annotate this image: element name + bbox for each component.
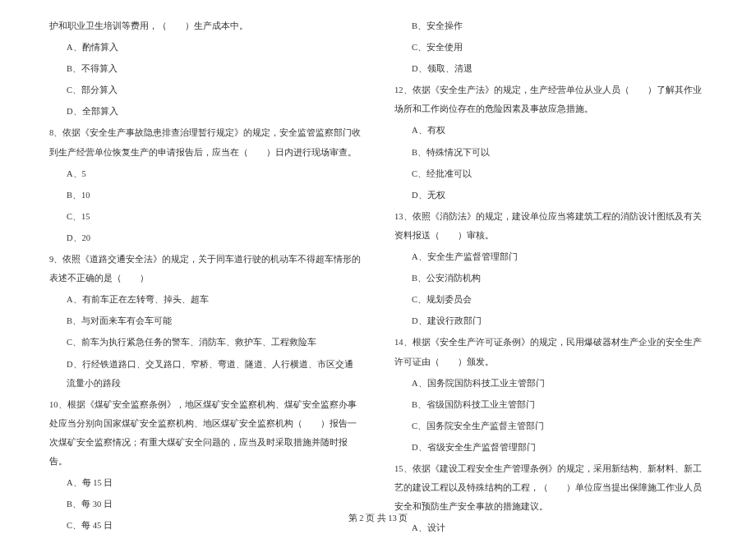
q7-tail: 护和职业卫生培训等费用，（ ）生产成本中。 <box>49 16 362 35</box>
q8-option-d: D、20 <box>49 228 362 247</box>
q12-option-b: B、特殊情况下可以 <box>394 143 707 162</box>
right-column: B、安全操作 C、安全使用 D、领取、清退 12、依据《安全生产法》的规定，生产… <box>394 16 707 534</box>
q7-option-d: D、全部算入 <box>49 102 362 121</box>
q8-option-a: A、5 <box>49 164 362 183</box>
q12-option-a: A、有权 <box>394 121 707 140</box>
q10-option-a: A、每 15 日 <box>49 473 362 492</box>
q9-option-c: C、前车为执行紧急任务的警车、消防车、救护车、工程救险车 <box>49 333 362 352</box>
q7-option-b: B、不得算入 <box>49 59 362 78</box>
left-column: 护和职业卫生培训等费用，（ ）生产成本中。 A、酌情算入 B、不得算入 C、部分… <box>49 16 362 534</box>
q14-option-c: C、国务院安全生产监督主管部门 <box>394 417 707 435</box>
q12-option-c: C、经批准可以 <box>394 164 707 183</box>
q12-option-d: D、无权 <box>394 186 707 205</box>
q14-option-a: A、国务院国防科技工业主管部门 <box>394 374 707 393</box>
q7-option-c: C、部分算入 <box>49 81 362 99</box>
q9-option-d: D、行经铁道路口、交叉路口、窄桥、弯道、隧道、人行横道、市区交通流量小的路段 <box>49 355 362 393</box>
q11-option-d: D、领取、清退 <box>394 59 707 78</box>
q13-text: 13、依照《消防法》的规定，建设单位应当将建筑工程的消防设计图纸及有关资料报送（… <box>394 207 707 245</box>
q8-option-c: C、15 <box>49 207 362 226</box>
q13-option-b: B、公安消防机构 <box>394 269 707 288</box>
q8-option-b: B、10 <box>49 186 362 205</box>
q13-option-d: D、建设行政部门 <box>394 311 707 330</box>
q11-option-b: B、安全操作 <box>394 16 707 35</box>
page-content: 护和职业卫生培训等费用，（ ）生产成本中。 A、酌情算入 B、不得算入 C、部分… <box>0 0 756 534</box>
q12-text: 12、依据《安全生产法》的规定，生产经营单位从业人员（ ）了解其作业场所和工作岗… <box>394 81 707 118</box>
q7-option-a: A、酌情算入 <box>49 38 362 57</box>
q10-text: 10、根据《煤矿安全监察条例》，地区煤矿安全监察机构、煤矿安全监察办事处应当分别… <box>49 395 362 471</box>
q14-option-d: D、省级安全生产监督管理部门 <box>394 438 707 457</box>
q10-option-b: B、每 30 日 <box>49 495 362 513</box>
q14-option-b: B、省级国防科技工业主管部门 <box>394 395 707 414</box>
q13-option-a: A、安全生产监督管理部门 <box>394 247 707 266</box>
q9-option-a: A、有前车正在左转弯、掉头、超车 <box>49 290 362 309</box>
q13-option-c: C、规划委员会 <box>394 290 707 309</box>
q9-option-b: B、与对面来车有会车可能 <box>49 311 362 330</box>
q11-option-c: C、安全使用 <box>394 38 707 57</box>
q8-text: 8、依据《安全生产事故隐患排查治理暂行规定》的规定，安全监管监察部门收到生产经营… <box>49 123 362 161</box>
q9-text: 9、依照《道路交通安全法》的规定，关于同车道行驶的机动车不得超车情形的表述不正确… <box>49 250 362 288</box>
page-footer: 第 2 页 共 13 页 <box>0 513 756 524</box>
q14-text: 14、根据《安全生产许可证条例》的规定，民用爆破器材生产企业的安全生产许可证由（… <box>394 333 707 371</box>
q15-text: 15、依据《建设工程安全生产管理条例》的规定，采用新结构、新材料、新工艺的建设工… <box>394 459 707 516</box>
